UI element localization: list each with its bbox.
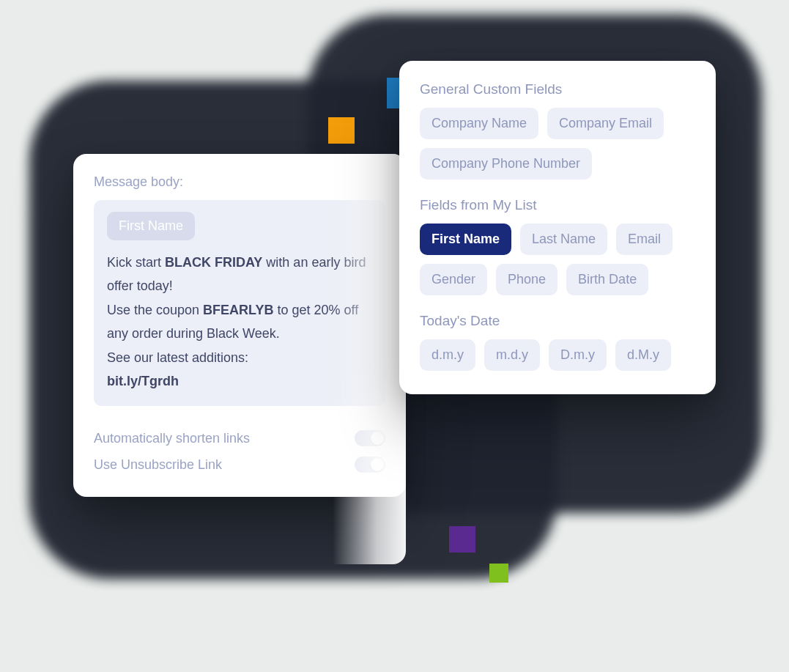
chip-first-name[interactable]: First Name [420, 224, 511, 255]
custom-fields-card: General Custom Fields Company Name Compa… [399, 61, 716, 394]
chip-phone[interactable]: Phone [496, 264, 558, 295]
message-body-textarea[interactable]: First Name Kick start BLACK FRIDAY with … [94, 200, 385, 406]
chip-date-dmy[interactable]: d.m.y [420, 339, 475, 371]
section-title-mylist: Fields from My List [420, 197, 695, 213]
chip-date-mdy[interactable]: m.d.y [484, 339, 540, 371]
chip-row-general: Company Name Company Email Company Phone… [420, 108, 695, 180]
chip-company-name[interactable]: Company Name [420, 108, 538, 139]
chip-email[interactable]: Email [616, 224, 673, 255]
decorative-square-green [489, 564, 508, 583]
decorative-square-orange [328, 117, 355, 144]
chip-row-date: d.m.y m.d.y D.m.y d.M.y [420, 339, 695, 371]
section-title-general: General Custom Fields [420, 81, 695, 97]
chip-company-phone[interactable]: Company Phone Number [420, 148, 592, 180]
chip-birth-date[interactable]: Birth Date [566, 264, 648, 295]
merge-field-chip[interactable]: First Name [107, 212, 195, 240]
chip-row-mylist: First Name Last Name Email Gender Phone … [420, 224, 695, 295]
section-title-date: Today's Date [420, 313, 695, 329]
toggle-row-unsubscribe: Use Unsubscribe Link [94, 451, 385, 478]
toggle-unsubscribe[interactable] [355, 457, 385, 473]
toggle-shorten-links[interactable] [355, 430, 385, 446]
chip-last-name[interactable]: Last Name [520, 224, 607, 255]
decorative-square-purple [449, 526, 475, 553]
chip-gender[interactable]: Gender [420, 264, 487, 295]
message-body-card: Message body: First Name Kick start BLAC… [73, 154, 406, 497]
toggle-label-unsubscribe: Use Unsubscribe Link [94, 457, 222, 473]
chip-date-dMy[interactable]: d.M.y [615, 339, 671, 371]
chip-date-Dmy[interactable]: D.m.y [549, 339, 607, 371]
toggle-row-shorten-links: Automatically shorten links [94, 425, 385, 451]
toggle-label-shorten-links: Automatically shorten links [94, 431, 250, 446]
message-body-label: Message body: [94, 174, 385, 190]
message-text: Kick start BLACK FRIDAY with an early bi… [107, 251, 372, 393]
chip-company-email[interactable]: Company Email [547, 108, 664, 139]
